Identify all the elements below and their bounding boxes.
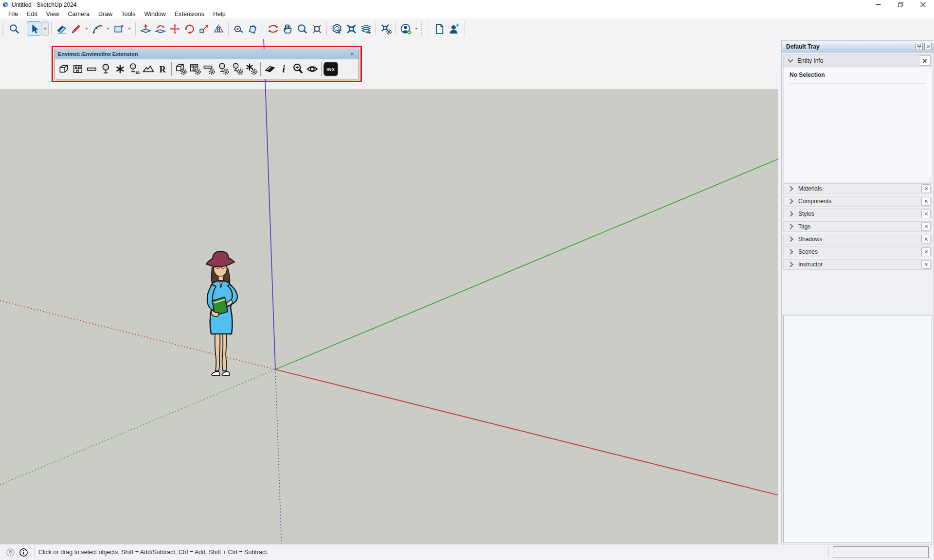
chevron-right-icon[interactable]	[788, 224, 793, 229]
restore-button[interactable]	[889, 0, 912, 9]
instructor-close-icon[interactable]	[921, 260, 931, 269]
menu-camera[interactable]: Camera	[64, 11, 94, 18]
rotate-tool-button[interactable]	[182, 21, 197, 36]
envimet-zoom-button[interactable]	[291, 60, 305, 78]
eraser-tool-button[interactable]	[54, 21, 69, 36]
menu-view[interactable]: View	[42, 11, 64, 18]
envimet-toolbar-window[interactable]: Envimet::EnvimetInx Extension 3D R	[54, 49, 359, 79]
minimize-button[interactable]	[867, 0, 889, 9]
chevron-right-icon[interactable]	[788, 262, 793, 267]
search-tool-button[interactable]	[7, 21, 21, 36]
zoom-tool-button[interactable]	[295, 21, 309, 36]
menu-window[interactable]: Window	[140, 11, 170, 18]
envimet-tree-button[interactable]	[99, 60, 113, 78]
account-dropdown[interactable]	[413, 21, 420, 36]
envimet-plant-edit-button[interactable]	[244, 60, 258, 78]
arc-tool-dropdown[interactable]	[105, 21, 111, 36]
tape-measure-tool-button[interactable]	[231, 21, 246, 36]
extension-manager-button[interactable]	[378, 21, 393, 36]
envimet-info-button[interactable]: i	[277, 60, 291, 78]
envimet-building-button[interactable]	[71, 60, 85, 78]
paint-bucket-tool-button[interactable]	[246, 21, 260, 36]
rectangle-tool-dropdown[interactable]	[126, 21, 133, 36]
chevron-right-icon[interactable]	[788, 186, 793, 191]
pencil-icon	[70, 23, 82, 35]
envimet-inx-badge-button[interactable]: INX	[323, 62, 338, 76]
chevron-down-icon[interactable]	[788, 57, 793, 62]
select-tool-dropdown[interactable]	[42, 21, 49, 36]
envimet-close-icon[interactable]	[349, 51, 356, 57]
move-tool-button[interactable]	[167, 21, 182, 36]
measurements-input[interactable]	[833, 546, 929, 558]
envimet-terrain-button[interactable]	[141, 60, 155, 78]
menu-file[interactable]: File	[4, 11, 22, 18]
envimet-plant-button[interactable]	[113, 60, 127, 78]
pushpull-tool-button[interactable]	[138, 21, 153, 36]
envimet-eraser-button[interactable]	[263, 60, 277, 78]
envimet-view-button[interactable]	[305, 60, 319, 78]
tray-close-icon[interactable]	[924, 43, 932, 50]
tray-section-instructor[interactable]: Instructor	[783, 259, 932, 270]
line-tool-dropdown[interactable]	[83, 21, 90, 36]
chevron-right-icon[interactable]	[788, 211, 793, 216]
materials-close-icon[interactable]	[921, 184, 931, 193]
chevron-right-icon[interactable]	[788, 236, 793, 242]
tray-section-shadows[interactable]: Shadows	[783, 234, 932, 245]
rectangle-tool-button[interactable]	[111, 21, 126, 36]
envimet-titlebar[interactable]: Envimet::EnvimetInx Extension	[55, 49, 359, 59]
tray-section-components[interactable]: Components	[783, 196, 932, 207]
select-tool-button[interactable]	[27, 21, 41, 36]
tray-section-tags[interactable]: Tags	[783, 221, 932, 232]
tags-close-icon[interactable]	[921, 222, 931, 231]
menu-draw[interactable]: Draw	[94, 11, 117, 18]
3d-warehouse-button[interactable]	[329, 21, 344, 36]
envimet-model-3d-edit-button[interactable]	[174, 60, 188, 78]
extension-warehouse-button[interactable]	[344, 21, 359, 36]
tray-section-entity-info[interactable]: Entity Info	[783, 54, 932, 67]
menu-extensions[interactable]: Extensions	[170, 11, 209, 18]
envimet-tree3d-edit-button[interactable]: 3D	[230, 60, 244, 78]
toolbar-grip[interactable]	[2, 22, 5, 35]
chevron-right-icon[interactable]	[788, 198, 793, 204]
help-info-icon[interactable]	[19, 548, 28, 557]
envimet-surface-edit-button[interactable]	[202, 60, 216, 78]
pan-tool-button[interactable]	[280, 21, 295, 36]
scenes-close-icon[interactable]	[921, 247, 931, 256]
toolbar-grip-2[interactable]	[421, 22, 424, 35]
extension-warehouse-icon	[345, 23, 358, 35]
followme-tool-button[interactable]	[153, 21, 167, 36]
tray-header[interactable]: Default Tray	[782, 41, 934, 52]
geolocation-icon[interactable]	[6, 548, 15, 557]
account-button[interactable]	[398, 21, 413, 36]
new-document-button[interactable]	[432, 21, 447, 36]
flip-tool-button[interactable]	[211, 21, 226, 36]
viewport-canvas[interactable]	[0, 89, 778, 544]
components-close-icon[interactable]	[921, 197, 931, 206]
scale-figure-person[interactable]	[198, 248, 246, 380]
envimet-building-edit-button[interactable]	[188, 60, 202, 78]
scale-tool-button[interactable]	[197, 21, 211, 36]
tray-section-styles[interactable]: Styles	[783, 209, 932, 219]
tray-section-scenes[interactable]: Scenes	[783, 246, 932, 257]
zoom-extents-tool-button[interactable]	[309, 21, 324, 36]
menu-help[interactable]: Help	[209, 11, 230, 18]
chevron-right-icon[interactable]	[788, 249, 793, 254]
arc-tool-button[interactable]	[90, 21, 105, 36]
entity-info-close-icon[interactable]	[919, 55, 931, 66]
line-tool-button[interactable]	[69, 21, 83, 36]
envimet-receptor-button[interactable]: R	[155, 60, 169, 78]
close-window-button[interactable]	[912, 0, 934, 9]
styles-close-icon[interactable]	[921, 210, 931, 218]
envimet-tree3d-button[interactable]: 3D	[127, 60, 141, 78]
shadows-close-icon[interactable]	[921, 235, 931, 244]
envimet-model-3d-button[interactable]	[56, 60, 71, 78]
send-to-layout-button[interactable]	[359, 21, 373, 36]
tray-section-materials[interactable]: Materials	[783, 183, 932, 194]
orbit-tool-button[interactable]	[266, 21, 280, 36]
envimet-tree-edit-button[interactable]	[216, 60, 230, 78]
tray-pin-icon[interactable]	[916, 43, 923, 50]
menu-edit[interactable]: Edit	[22, 11, 42, 18]
menu-tools[interactable]: Tools	[117, 11, 140, 18]
envimet-surface-button[interactable]	[85, 60, 99, 78]
add-collaborator-button[interactable]	[447, 21, 461, 36]
